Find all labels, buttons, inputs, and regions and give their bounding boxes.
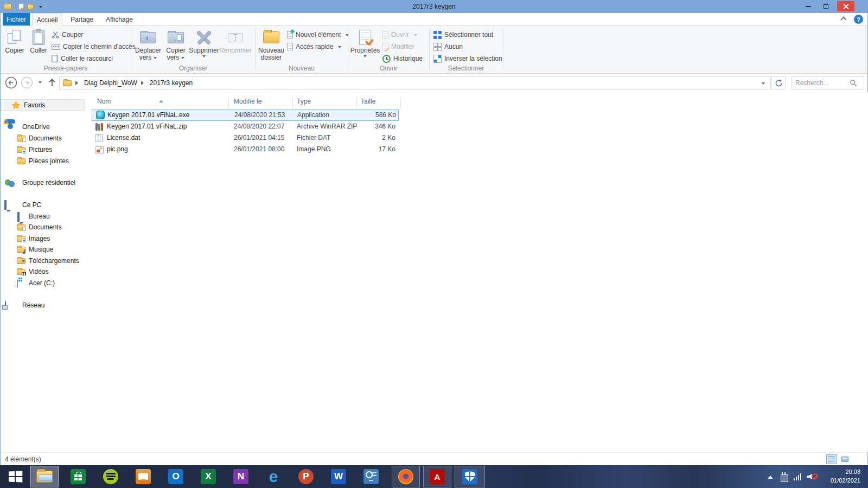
address-box[interactable]: Diag Delphi_WoW 2017r3 keygen (59, 76, 771, 89)
taskbar-firefox[interactable] (392, 466, 420, 487)
restore-button[interactable] (818, 0, 834, 12)
delete-button[interactable]: Supprimer (189, 28, 219, 65)
dropdown-caret-icon (202, 55, 206, 59)
column-divider[interactable] (356, 98, 357, 108)
copy-to-button[interactable]: Copier vers (163, 28, 188, 65)
move-to-button[interactable]: Déplacer vers (134, 28, 162, 65)
sidebar-item-reseau[interactable]: Réseau (1, 300, 85, 311)
tray-show-hidden-icons[interactable] (764, 465, 777, 488)
recent-locations-caret-icon[interactable] (39, 81, 42, 85)
taskbar-defender[interactable] (455, 466, 485, 487)
select-none-button[interactable]: Aucun (433, 41, 463, 52)
sidebar-item-od-pieces-jointes[interactable]: Pièces jointes (1, 156, 85, 167)
sidebar-item-od-pictures[interactable]: Pictures (1, 144, 85, 156)
tab-affichage[interactable]: Affichage (101, 13, 137, 25)
column-header-nom[interactable]: Nom (97, 98, 111, 105)
sidebar-item-documents[interactable]: Documents (1, 222, 85, 233)
tray-power-status[interactable] (778, 465, 790, 488)
taskbar-word[interactable]: W (324, 465, 353, 488)
sidebar-item-bureau[interactable]: Bureau (1, 211, 85, 222)
sidebar-item-musique[interactable]: Musique (1, 244, 85, 255)
taskbar-clock[interactable]: 20:08 01/02/2021 (817, 467, 860, 485)
internet-explorer-icon: e (269, 469, 278, 484)
sidebar-item-images[interactable]: Images (1, 233, 85, 245)
up-button[interactable] (46, 76, 59, 89)
history-button[interactable]: Historique (382, 53, 423, 64)
file-row-license-dat[interactable]: License.dat 26/01/2021 04:15 Fichier DAT… (92, 132, 399, 144)
new-folder-button[interactable]: Nouveau dossier (258, 28, 285, 65)
file-row-pic-png[interactable]: pic.png 26/01/2021 08:00 Image PNG 17 Ko (92, 144, 399, 155)
network-icon (5, 300, 6, 309)
search-box[interactable] (792, 76, 864, 89)
rename-button[interactable]: Renommer (219, 28, 252, 65)
group-label-new: Nouveau (256, 65, 348, 72)
cut-button[interactable]: Couper (52, 29, 83, 40)
taskbar-excel[interactable]: X (194, 465, 222, 488)
quick-access-button[interactable]: Accès rapide (287, 41, 341, 52)
back-button[interactable] (5, 76, 17, 89)
status-bar: 4 élément(s) (1, 452, 867, 465)
sidebar-item-od-documents[interactable]: Documents (1, 133, 85, 144)
tab-fichier[interactable]: Fichier (3, 13, 30, 25)
tray-network-status[interactable] (791, 465, 804, 488)
copy-path-icon (52, 44, 60, 50)
taskbar-outlook[interactable]: O (162, 465, 190, 488)
address-dropdown-caret-icon[interactable] (762, 82, 765, 86)
taskbar-system-settings[interactable] (357, 465, 385, 488)
file-modified: 26/01/2021 08:00 (234, 145, 284, 153)
column-divider[interactable] (400, 98, 401, 108)
column-divider[interactable] (292, 98, 293, 108)
sidebar-item-groupe-residentiel[interactable]: Groupe résidentiel (1, 177, 85, 189)
breadcrumb-item[interactable]: 2017r3 keygen (150, 79, 193, 87)
taskbar-book-app[interactable] (129, 465, 157, 488)
sidebar-item-onedrive[interactable]: OneDrive (1, 121, 85, 133)
search-input[interactable] (795, 79, 850, 87)
new-item-button[interactable]: Nouvel élément (287, 29, 349, 40)
file-size: 586 Ko (353, 111, 396, 119)
taskbar-store[interactable] (64, 465, 92, 488)
copy-path-button[interactable]: Copier le chemin d'accès (52, 41, 136, 52)
tab-accueil[interactable]: Accueil (32, 13, 62, 26)
taskbar-acrobat[interactable]: A (423, 466, 451, 487)
select-all-button[interactable]: Sélectionner tout (433, 29, 493, 40)
signal-bars-icon (794, 473, 802, 480)
taskbar-internet-explorer[interactable]: e (259, 465, 288, 488)
sidebar-item-telechargements[interactable]: Téléchargements (1, 255, 85, 267)
file-row-keygen-zip[interactable]: Keygen 2017.01 vFiNaL.zip 24/08/2020 22:… (92, 121, 399, 132)
file-row-keygen-exe[interactable]: Keygen 2017.01 vFiNaL.exe 24/08/2020 21:… (92, 110, 399, 121)
forward-button[interactable] (21, 76, 33, 89)
paste-button[interactable]: Coller (28, 28, 49, 65)
file-modified: 24/08/2020 21:53 (234, 111, 285, 119)
taskbar-spotify[interactable] (97, 465, 125, 488)
taskbar-powerpoint[interactable]: P (292, 465, 320, 488)
paste-shortcut-button[interactable]: Coller le raccourci (52, 53, 113, 64)
minimize-button[interactable] (800, 0, 816, 12)
column-header-taille[interactable]: Taille (361, 98, 375, 105)
sidebar-item-videos[interactable]: Vidéos (1, 266, 85, 278)
column-header-type[interactable]: Type (297, 98, 311, 105)
taskbar-onenote[interactable]: N (227, 465, 255, 488)
taskbar-file-explorer[interactable] (30, 466, 59, 487)
details-view-button[interactable] (826, 454, 837, 464)
refresh-button[interactable] (771, 76, 786, 89)
column-header-modifie-le[interactable]: Modifié le (234, 98, 261, 105)
column-divider[interactable] (228, 98, 229, 108)
new-folder-qat-icon[interactable] (27, 4, 34, 9)
thumbnails-view-button[interactable] (839, 454, 850, 464)
word-icon: W (331, 469, 346, 484)
breadcrumb-item[interactable]: Diag Delphi_WoW (84, 79, 137, 87)
collapse-ribbon-button[interactable] (839, 15, 848, 24)
properties-qat-icon[interactable] (18, 3, 24, 10)
sidebar-item-acer-c[interactable]: Acer (C:) (1, 278, 85, 289)
help-button[interactable]: ? (854, 15, 863, 24)
invert-selection-button[interactable]: Inverser la sélection (433, 53, 502, 64)
properties-button[interactable]: Propriétés (350, 28, 380, 65)
start-button[interactable] (2, 465, 28, 488)
copy-button[interactable]: Copier (3, 28, 27, 65)
tab-partage[interactable]: Partage (67, 13, 97, 25)
sidebar-item-favoris[interactable]: Favoris (1, 99, 85, 111)
close-button[interactable] (837, 1, 854, 11)
sidebar-item-ce-pc[interactable]: Ce PC (1, 200, 85, 211)
qat-chevron-down-icon[interactable] (39, 6, 42, 10)
invert-selection-icon (433, 55, 442, 63)
